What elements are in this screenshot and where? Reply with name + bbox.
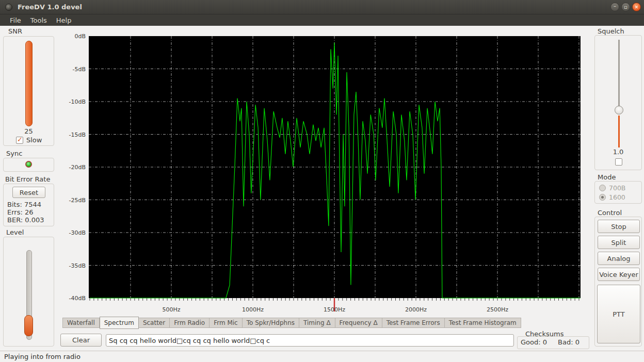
y-tick-label: -20dB bbox=[69, 164, 86, 171]
tab-test-frame-histogram[interactable]: Test Frame Histogram bbox=[445, 318, 521, 328]
menu-help[interactable]: Help bbox=[52, 14, 76, 26]
y-tick-label: -25dB bbox=[69, 197, 86, 204]
tab-spectrum[interactable]: Spectrum bbox=[100, 317, 139, 329]
tab-bar: WaterfallSpectrumScatterFrm RadioFrm Mic… bbox=[62, 317, 521, 329]
window-title: FreeDV 1.0 devel bbox=[18, 3, 82, 11]
menubar: FileToolsHelp bbox=[0, 14, 644, 26]
ber-label: Bit Error Rate bbox=[5, 175, 50, 183]
mode-option-1600[interactable]: 1600 bbox=[599, 193, 625, 201]
ptt-button[interactable]: PTT bbox=[597, 285, 640, 343]
stop-button[interactable]: Stop bbox=[598, 220, 640, 233]
level-slider-handle[interactable] bbox=[24, 315, 33, 336]
y-tick-label: -15dB bbox=[69, 131, 86, 138]
snr-value: 25 bbox=[4, 127, 54, 135]
menu-tools[interactable]: Tools bbox=[26, 14, 52, 26]
squelch-slider-handle[interactable] bbox=[615, 106, 623, 114]
spectrum-plot: 0dB-5dB-10dB-15dB-20dB-25dB-30dB-35dB-40… bbox=[60, 32, 590, 316]
x-tick-label: 500Hz bbox=[162, 306, 180, 313]
radio-icon-1600[interactable] bbox=[599, 194, 606, 201]
errs-value: Errs: 26 bbox=[7, 208, 34, 216]
message-input[interactable] bbox=[106, 334, 514, 347]
snr-gauge bbox=[25, 41, 33, 126]
y-tick-label: -5dB bbox=[73, 66, 86, 73]
maximize-icon[interactable] bbox=[621, 3, 630, 11]
slow-checkbox[interactable] bbox=[16, 137, 23, 144]
y-tick-label: -35dB bbox=[69, 262, 86, 269]
mode-option-label: 700B bbox=[609, 184, 625, 192]
tab-test-frame-errors[interactable]: Test Frame Errors bbox=[382, 318, 445, 328]
level-frame bbox=[3, 237, 54, 347]
tab-frm-radio[interactable]: Frm Radio bbox=[170, 318, 210, 328]
spectrum-chart: 0dB-5dB-10dB-15dB-20dB-25dB-30dB-35dB-40… bbox=[60, 32, 590, 316]
reset-button[interactable]: Reset bbox=[12, 187, 45, 198]
snr-frame: 25 Slow bbox=[3, 36, 54, 146]
tab-scatter[interactable]: Scatter bbox=[139, 318, 170, 328]
tab-frm-mic[interactable]: Frm Mic bbox=[210, 318, 243, 328]
squelch-slider[interactable] bbox=[618, 40, 620, 107]
squelch-checkbox[interactable] bbox=[615, 158, 622, 166]
sync-led-icon bbox=[25, 161, 32, 168]
x-tick-label: 2000Hz bbox=[405, 306, 427, 313]
mode-option-label: 1600 bbox=[609, 193, 625, 201]
x-tick-label: 2500Hz bbox=[487, 306, 508, 313]
mode-option-700b[interactable]: 700B bbox=[599, 184, 625, 192]
window-controls bbox=[610, 3, 641, 11]
split-button[interactable]: Split bbox=[598, 236, 640, 249]
tab-timing[interactable]: Timing Δ bbox=[299, 318, 335, 328]
minimize-icon[interactable] bbox=[610, 3, 619, 11]
radio-icon-700b[interactable] bbox=[599, 185, 606, 191]
y-tick-label: -30dB bbox=[69, 229, 86, 236]
slow-label: Slow bbox=[26, 136, 42, 144]
mode-label: Mode bbox=[598, 173, 616, 181]
tab-waterfall[interactable]: Waterfall bbox=[62, 318, 100, 328]
ber-value: BER: 0.003 bbox=[7, 216, 44, 224]
freedv-window: FreeDV 1.0 devel FileToolsHelp SNR 25 Sl… bbox=[0, 0, 644, 362]
tab-frequency[interactable]: Frequency Δ bbox=[335, 318, 382, 328]
x-tick-label: 1500Hz bbox=[324, 306, 345, 313]
y-tick-label: -40dB bbox=[69, 295, 86, 302]
tab-to-spkr-hdphns[interactable]: To Spkr/Hdphns bbox=[243, 318, 299, 328]
squelch-frame: 1.0 bbox=[594, 35, 642, 170]
squelch-slider-fill bbox=[618, 116, 620, 147]
checksums-good: Good: 0 bbox=[521, 338, 547, 346]
voice-keyer-button[interactable]: Voice Keyer bbox=[598, 268, 640, 281]
squelch-value: 1.0 bbox=[595, 148, 641, 156]
y-tick-label: 0dB bbox=[74, 33, 86, 40]
snr-label: SNR bbox=[8, 27, 22, 35]
y-tick-label: -10dB bbox=[69, 98, 86, 105]
ber-frame: Reset Bits: 7544 Errs: 26 BER: 0.003 bbox=[3, 184, 54, 226]
titlebar: FreeDV 1.0 devel bbox=[0, 0, 644, 14]
control-buttons: StopSplitAnalogVoice Keyer bbox=[597, 220, 640, 284]
control-label: Control bbox=[598, 209, 622, 217]
checksums-bad: Bad: 0 bbox=[558, 338, 579, 346]
clear-button[interactable]: Clear bbox=[60, 334, 102, 347]
x-tick-label: 1000Hz bbox=[242, 306, 264, 313]
squelch-label: Squelch bbox=[598, 27, 624, 35]
app-icon bbox=[5, 4, 12, 11]
status-bar: Playing into from radio bbox=[0, 351, 644, 362]
sync-label: Sync bbox=[6, 150, 22, 157]
mode-frame: 700B1600 bbox=[594, 181, 642, 204]
menu-file[interactable]: File bbox=[5, 14, 26, 26]
checksums-frame: Good: 0 Bad: 0 bbox=[517, 336, 589, 349]
sync-frame bbox=[3, 158, 54, 172]
status-text: Playing into from radio bbox=[4, 353, 81, 360]
close-icon[interactable] bbox=[632, 3, 641, 11]
level-label: Level bbox=[6, 228, 24, 236]
bits-value: Bits: 7544 bbox=[7, 201, 41, 208]
analog-button[interactable]: Analog bbox=[598, 252, 640, 265]
control-frame: StopSplitAnalogVoice Keyer PTT bbox=[594, 217, 642, 347]
